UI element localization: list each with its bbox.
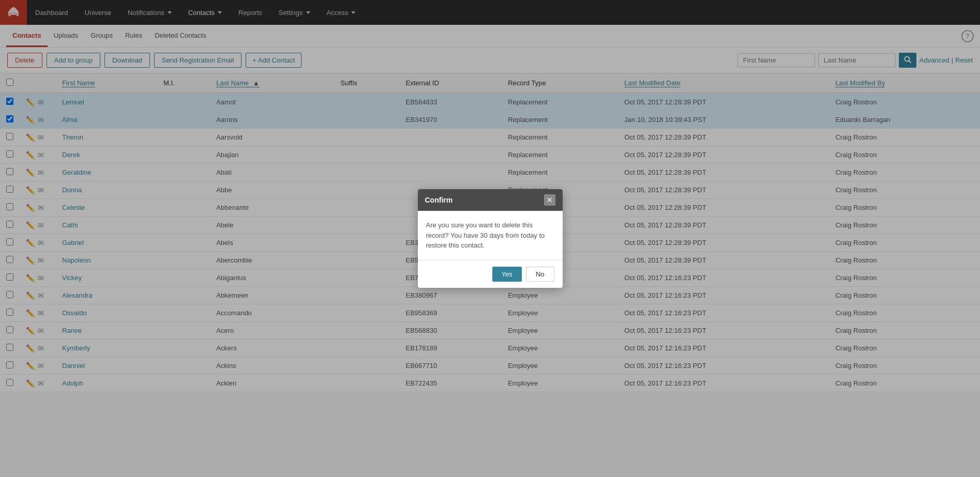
modal-overlay: Confirm ✕ Are you sure you want to delet… — [0, 0, 980, 392]
confirm-modal: Confirm ✕ Are you sure you want to delet… — [418, 189, 563, 288]
modal-title: Confirm — [425, 196, 453, 204]
modal-message: Are you sure you want to delete this rec… — [426, 221, 545, 249]
modal-body: Are you sure you want to delete this rec… — [418, 211, 563, 260]
modal-header: Confirm ✕ — [418, 189, 563, 211]
modal-yes-button[interactable]: Yes — [492, 267, 522, 282]
modal-no-button[interactable]: No — [526, 267, 554, 282]
modal-footer: Yes No — [418, 260, 563, 288]
modal-close-button[interactable]: ✕ — [544, 194, 555, 206]
